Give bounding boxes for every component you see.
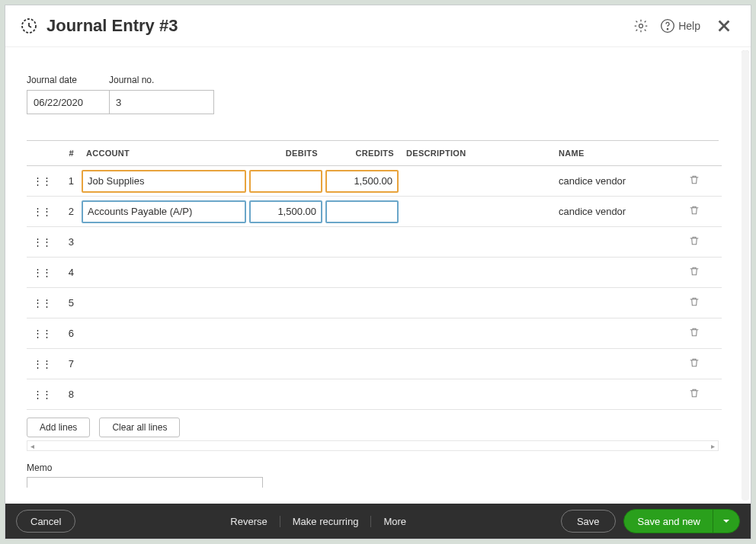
account-cell[interactable] — [80, 227, 248, 258]
close-icon[interactable] — [713, 14, 735, 37]
account-cell[interactable]: Job Supplies — [80, 166, 248, 197]
chevron-down-icon[interactable] — [713, 510, 739, 533]
row-number: 7 — [51, 349, 80, 379]
credit-cell[interactable] — [324, 258, 400, 288]
credit-cell[interactable] — [324, 379, 400, 410]
drag-handle-icon[interactable]: ⋮⋮ — [27, 166, 51, 197]
description-cell[interactable] — [400, 197, 553, 227]
description-cell[interactable] — [400, 379, 553, 410]
name-cell[interactable] — [553, 379, 682, 410]
drag-handle-icon[interactable]: ⋮⋮ — [27, 258, 51, 288]
delete-row-icon[interactable] — [682, 197, 710, 227]
lines-table: # ACCOUNT DEBITS CREDITS DESCRIPTION NAM… — [27, 141, 722, 410]
drag-handle-icon[interactable]: ⋮⋮ — [27, 227, 51, 258]
row-number: 4 — [51, 258, 80, 288]
col-num: # — [51, 141, 80, 166]
row-number: 1 — [51, 166, 80, 197]
reverse-link[interactable]: Reverse — [218, 516, 280, 527]
save-button[interactable]: Save — [561, 510, 616, 533]
debit-cell[interactable] — [248, 379, 324, 410]
row-number: 6 — [51, 318, 80, 349]
table-row[interactable]: ⋮⋮ 1 Job Supplies 1,500.00 candice vendo… — [27, 166, 722, 197]
name-cell[interactable] — [553, 288, 682, 318]
description-cell[interactable] — [400, 258, 553, 288]
row-number: 2 — [51, 197, 80, 227]
help-label: Help — [678, 20, 700, 32]
more-link[interactable]: More — [371, 516, 418, 527]
name-cell[interactable] — [553, 318, 682, 349]
help-button[interactable]: Help — [660, 18, 700, 34]
cancel-button[interactable]: Cancel — [16, 510, 75, 533]
debit-cell[interactable]: 1,500.00 — [248, 197, 324, 227]
hscroll-bar[interactable]: ◂▸ — [27, 440, 719, 451]
delete-row-icon[interactable] — [682, 349, 710, 379]
header-fields: Journal date Journal no. — [27, 75, 719, 114]
name-cell[interactable]: candice vendor — [553, 197, 682, 227]
name-cell[interactable]: candice vendor — [553, 166, 682, 197]
row-number: 3 — [51, 227, 80, 258]
scrollbar-thumb[interactable] — [742, 50, 749, 172]
row-number: 8 — [51, 379, 80, 410]
credit-cell[interactable] — [324, 288, 400, 318]
account-cell[interactable] — [80, 379, 248, 410]
memo-input[interactable] — [27, 477, 263, 488]
debit-cell[interactable] — [248, 349, 324, 379]
table-row[interactable]: ⋮⋮ 8 — [27, 379, 722, 410]
save-and-new-label: Save and new — [624, 516, 713, 527]
name-cell[interactable] — [553, 258, 682, 288]
delete-row-icon[interactable] — [682, 166, 710, 197]
header-bar: Journal Entry #3 Help — [5, 5, 751, 47]
debit-cell[interactable] — [248, 166, 324, 197]
save-and-new-button[interactable]: Save and new — [623, 509, 740, 533]
name-cell[interactable] — [553, 227, 682, 258]
account-cell[interactable] — [80, 349, 248, 379]
col-debits: DEBITS — [248, 141, 324, 166]
drag-handle-icon[interactable]: ⋮⋮ — [27, 288, 51, 318]
description-cell[interactable] — [400, 318, 553, 349]
col-account: ACCOUNT — [80, 141, 248, 166]
journal-no-label: Journal no. — [109, 75, 214, 85]
clear-lines-button[interactable]: Clear all lines — [99, 418, 180, 437]
account-cell[interactable] — [80, 318, 248, 349]
account-cell[interactable] — [80, 258, 248, 288]
drag-handle-icon[interactable]: ⋮⋮ — [27, 318, 51, 349]
delete-row-icon[interactable] — [682, 227, 710, 258]
make-recurring-link[interactable]: Make recurring — [280, 516, 372, 527]
description-cell[interactable] — [400, 227, 553, 258]
credit-cell[interactable]: 1,500.00 — [324, 166, 400, 197]
journal-no-input[interactable] — [109, 90, 214, 114]
credit-cell[interactable] — [324, 197, 400, 227]
svg-point-1 — [639, 24, 643, 28]
drag-handle-icon[interactable]: ⋮⋮ — [27, 379, 51, 410]
description-cell[interactable] — [400, 166, 553, 197]
table-row[interactable]: ⋮⋮ 7 — [27, 349, 722, 379]
description-cell[interactable] — [400, 288, 553, 318]
col-credits: CREDITS — [324, 141, 400, 166]
credit-cell[interactable] — [324, 227, 400, 258]
add-lines-button[interactable]: Add lines — [27, 418, 90, 437]
debit-cell[interactable] — [248, 318, 324, 349]
col-name: NAME — [553, 141, 682, 166]
delete-row-icon[interactable] — [682, 258, 710, 288]
journal-date-input[interactable] — [27, 90, 109, 114]
drag-handle-icon[interactable]: ⋮⋮ — [27, 349, 51, 379]
delete-row-icon[interactable] — [682, 318, 710, 349]
account-cell[interactable] — [80, 288, 248, 318]
account-cell[interactable]: Accounts Payable (A/P) — [80, 197, 248, 227]
credit-cell[interactable] — [324, 318, 400, 349]
table-row[interactable]: ⋮⋮ 4 — [27, 258, 722, 288]
name-cell[interactable] — [553, 349, 682, 379]
debit-cell[interactable] — [248, 288, 324, 318]
credit-cell[interactable] — [324, 349, 400, 379]
delete-row-icon[interactable] — [682, 288, 710, 318]
table-row[interactable]: ⋮⋮ 3 — [27, 227, 722, 258]
debit-cell[interactable] — [248, 227, 324, 258]
debit-cell[interactable] — [248, 258, 324, 288]
table-row[interactable]: ⋮⋮ 2 Accounts Payable (A/P) 1,500.00 can… — [27, 197, 722, 227]
gear-icon[interactable] — [633, 18, 649, 34]
table-row[interactable]: ⋮⋮ 5 — [27, 288, 722, 318]
table-row[interactable]: ⋮⋮ 6 — [27, 318, 722, 349]
drag-handle-icon[interactable]: ⋮⋮ — [27, 197, 51, 227]
delete-row-icon[interactable] — [682, 379, 710, 410]
description-cell[interactable] — [400, 349, 553, 379]
